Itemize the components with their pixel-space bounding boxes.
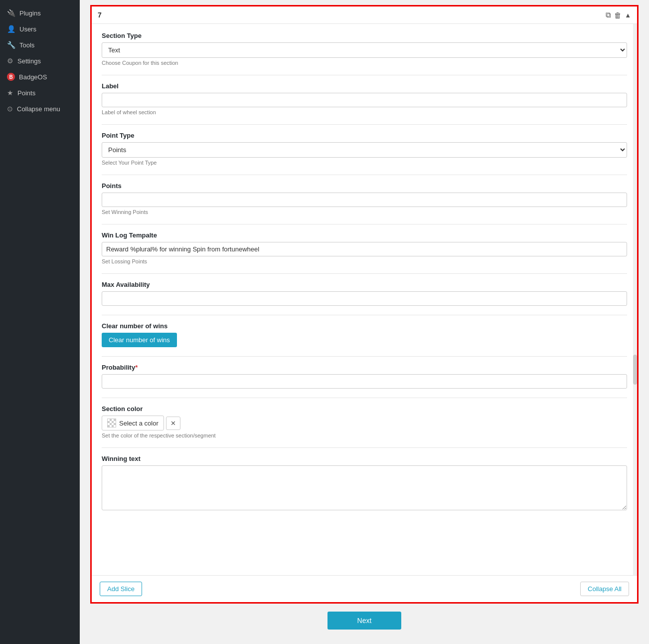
section-color-hint: Set the color of the respective section/…: [102, 432, 627, 438]
plugins-icon: 🔌: [7, 9, 15, 17]
sidebar-label-plugins: Plugins: [19, 9, 41, 17]
clear-wins-button[interactable]: Clear number of wins: [102, 333, 177, 347]
field-label: Label Label of wheel section: [102, 82, 627, 115]
users-icon: 👤: [7, 25, 15, 33]
sidebar-item-tools[interactable]: 🔧 Tools: [0, 37, 80, 53]
scrollbar-thumb: [633, 355, 637, 385]
field-section-type: Section Type Text Coupon Points Badge Ch…: [102, 32, 627, 66]
point-type-label: Point Type: [102, 132, 627, 139]
win-log-template-label: Win Log Tempalte: [102, 231, 627, 239]
scrollbar-track: [633, 24, 637, 575]
section-type-select[interactable]: Text Coupon Points Badge: [102, 42, 627, 58]
section-header-actions: ⧉ 🗑 ▲: [606, 10, 631, 19]
collapse-all-button[interactable]: Collapse All: [580, 582, 629, 596]
form-container: 7 ⧉ 🗑 ▲ Section Type Text Coupon Points …: [90, 5, 639, 604]
sidebar-item-plugins[interactable]: 🔌 Plugins: [0, 5, 80, 21]
delete-icon[interactable]: 🗑: [614, 11, 622, 19]
probability-input[interactable]: [102, 374, 627, 389]
label-field-label: Label: [102, 82, 627, 90]
field-section-color: Section color Select a color ✕ Set the c…: [102, 405, 627, 438]
color-clear-button[interactable]: ✕: [166, 417, 180, 430]
section-number: 7: [98, 11, 102, 19]
next-area: Next: [90, 604, 639, 638]
clear-wins-label: Clear number of wins: [102, 322, 627, 330]
sidebar-label-badgeos: BadgeOS: [19, 73, 47, 81]
collapse-section-icon[interactable]: ▲: [625, 11, 631, 19]
winning-text-input[interactable]: [102, 465, 627, 510]
probability-required: *: [135, 364, 138, 371]
main-content: 7 ⧉ 🗑 ▲ Section Type Text Coupon Points …: [80, 0, 649, 644]
color-select-label: Select a color: [119, 420, 159, 427]
sidebar-item-settings[interactable]: ⚙ Settings: [0, 53, 80, 69]
field-points: Points Set Winning Points: [102, 182, 627, 215]
field-max-availability: Max Availability: [102, 281, 627, 306]
badgeos-icon: B: [7, 73, 15, 81]
sidebar: 🔌 Plugins 👤 Users 🔧 Tools ⚙ Settings B B…: [0, 0, 80, 644]
points-icon: ★: [7, 89, 13, 97]
label-input[interactable]: [102, 93, 627, 107]
points-input[interactable]: [102, 193, 627, 207]
max-availability-label: Max Availability: [102, 281, 627, 288]
win-log-template-input[interactable]: Reward %plural% for winning Spin from fo…: [102, 242, 627, 256]
color-swatch: [107, 419, 116, 428]
sidebar-item-collapse-menu[interactable]: ⊙ Collapse menu: [0, 101, 80, 117]
label-hint: Label of wheel section: [102, 109, 627, 115]
sidebar-label-points: Points: [17, 89, 35, 97]
point-type-hint: Select Your Point Type: [102, 160, 627, 166]
sidebar-label-users: Users: [19, 25, 36, 33]
form-body: Section Type Text Coupon Points Badge Ch…: [92, 24, 637, 529]
form-scroll-area: Section Type Text Coupon Points Badge Ch…: [92, 24, 637, 575]
sidebar-label-collapse: Collapse menu: [17, 105, 60, 113]
next-button[interactable]: Next: [327, 612, 402, 630]
color-select-button[interactable]: Select a color: [102, 416, 164, 430]
sidebar-item-users[interactable]: 👤 Users: [0, 21, 80, 37]
color-picker-row: Select a color ✕: [102, 416, 627, 430]
add-slice-button[interactable]: Add Slice: [100, 582, 142, 596]
sidebar-label-settings: Settings: [17, 57, 41, 65]
collapse-menu-icon: ⊙: [7, 105, 13, 113]
section-header: 7 ⧉ 🗑 ▲: [92, 6, 637, 24]
points-hint: Set Winning Points: [102, 209, 627, 215]
max-availability-input[interactable]: [102, 291, 627, 306]
points-label: Points: [102, 182, 627, 190]
field-win-log-template: Win Log Tempalte Reward %plural% for win…: [102, 231, 627, 264]
section-color-label: Section color: [102, 405, 627, 413]
color-clear-icon: ✕: [170, 420, 176, 427]
tools-icon: 🔧: [7, 41, 15, 49]
field-winning-text: Winning text: [102, 455, 627, 512]
field-probability: Probability*: [102, 364, 627, 389]
sidebar-label-tools: Tools: [19, 41, 34, 49]
section-type-hint: Choose Coupon for this section: [102, 60, 627, 66]
win-log-template-hint: Set Lossing Points: [102, 258, 627, 264]
form-footer: Add Slice Collapse All: [92, 575, 637, 602]
copy-icon[interactable]: ⧉: [606, 10, 611, 19]
field-clear-wins: Clear number of wins Clear number of win…: [102, 322, 627, 347]
winning-text-label: Winning text: [102, 455, 627, 462]
settings-icon: ⚙: [7, 57, 13, 65]
section-type-label: Section Type: [102, 32, 627, 39]
probability-label: Probability*: [102, 364, 627, 371]
point-type-select[interactable]: Points Credits Coins: [102, 142, 627, 158]
sidebar-item-points[interactable]: ★ Points: [0, 85, 80, 101]
sidebar-item-badgeos[interactable]: B BadgeOS: [0, 69, 80, 85]
field-point-type: Point Type Points Credits Coins Select Y…: [102, 132, 627, 166]
